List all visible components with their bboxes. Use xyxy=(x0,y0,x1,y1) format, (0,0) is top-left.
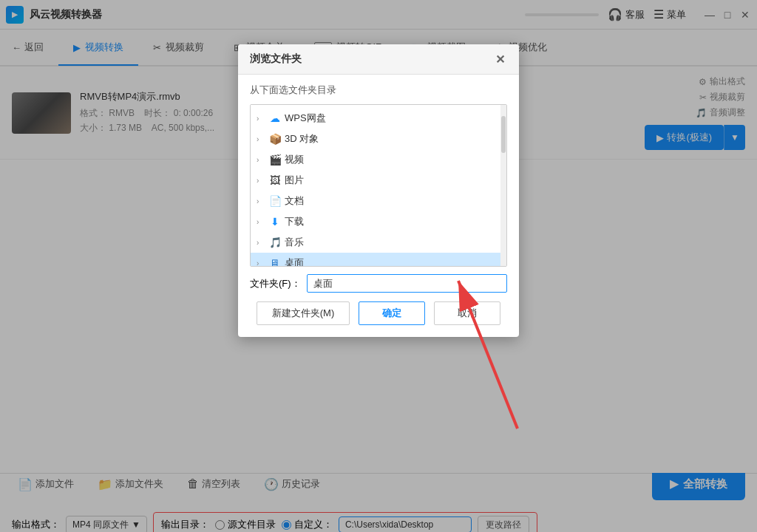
tree-item-label: 3D 对象 xyxy=(285,132,319,146)
dialog-body: 从下面选文件夹目录 › ☁ WPS网盘 › 📦 3D 对象 › 🎬 视频 › 🖼… xyxy=(238,75,519,337)
browse-folder-dialog: 浏览文件夹 ✕ 从下面选文件夹目录 › ☁ WPS网盘 › 📦 3D 对象 › … xyxy=(238,44,519,337)
tree-item-music[interactable]: › 🎵 音乐 xyxy=(251,232,506,253)
folder-input-label: 文件夹(F)： xyxy=(250,277,301,290)
tree-item-label: 下载 xyxy=(285,215,304,228)
folder-input-row: 文件夹(F)： xyxy=(250,274,507,293)
tree-arrow-icon: › xyxy=(257,115,265,123)
folder-tree[interactable]: › ☁ WPS网盘 › 📦 3D 对象 › 🎬 视频 › 🖼 图片 › 📄 文档… xyxy=(250,104,507,267)
tree-folder-icon: 🖥 xyxy=(268,257,282,267)
tree-arrow-icon: › xyxy=(257,259,265,267)
tree-arrow-icon: › xyxy=(257,197,265,205)
tree-item-label: 视频 xyxy=(285,153,304,166)
ok-button[interactable]: 确定 xyxy=(359,301,425,325)
tree-arrow-icon: › xyxy=(257,135,265,143)
tree-item-wps[interactable]: › ☁ WPS网盘 xyxy=(251,108,506,129)
dialog-title: 浏览文件夹 xyxy=(250,52,302,66)
tree-folder-icon: 🎬 xyxy=(268,154,282,166)
tree-folder-icon: 📦 xyxy=(268,133,282,145)
tree-item-label: WPS网盘 xyxy=(285,112,326,125)
tree-folder-icon: 🖼 xyxy=(268,174,282,186)
tree-folder-icon: 📄 xyxy=(268,195,282,207)
tree-item-label: 文档 xyxy=(285,194,304,208)
tree-arrow-icon: › xyxy=(257,156,265,164)
tree-item-pictures[interactable]: › 🖼 图片 xyxy=(251,170,506,191)
tree-arrow-icon: › xyxy=(257,239,265,247)
tree-item-label: 桌面 xyxy=(285,256,304,267)
dialog-title-bar: 浏览文件夹 ✕ xyxy=(238,44,519,75)
tree-item-3d[interactable]: › 📦 3D 对象 xyxy=(251,129,506,149)
tree-arrow-icon: › xyxy=(257,218,265,226)
dialog-overlay: 浏览文件夹 ✕ 从下面选文件夹目录 › ☁ WPS网盘 › 📦 3D 对象 › … xyxy=(0,0,757,532)
tree-item-downloads[interactable]: › ⬇ 下载 xyxy=(251,211,506,232)
tree-folder-icon: ⬇ xyxy=(268,216,282,228)
dialog-close-button[interactable]: ✕ xyxy=(492,52,507,66)
tree-item-docs[interactable]: › 📄 文档 xyxy=(251,191,506,211)
folder-name-input[interactable] xyxy=(307,274,507,293)
tree-folder-icon: 🎵 xyxy=(268,236,282,248)
tree-folder-icon: ☁ xyxy=(268,112,282,124)
tree-item-label: 图片 xyxy=(285,174,304,187)
new-folder-button[interactable]: 新建文件夹(M) xyxy=(257,301,350,325)
tree-item-desktop[interactable]: › 🖥 桌面 xyxy=(251,253,506,267)
tree-item-label: 音乐 xyxy=(285,236,304,249)
tree-item-video[interactable]: › 🎬 视频 xyxy=(251,149,506,170)
dialog-buttons: 新建文件夹(M) 确定 取消 xyxy=(250,301,507,325)
tree-arrow-icon: › xyxy=(257,177,265,185)
cancel-button[interactable]: 取消 xyxy=(434,301,500,325)
dialog-instruction: 从下面选文件夹目录 xyxy=(250,83,507,97)
